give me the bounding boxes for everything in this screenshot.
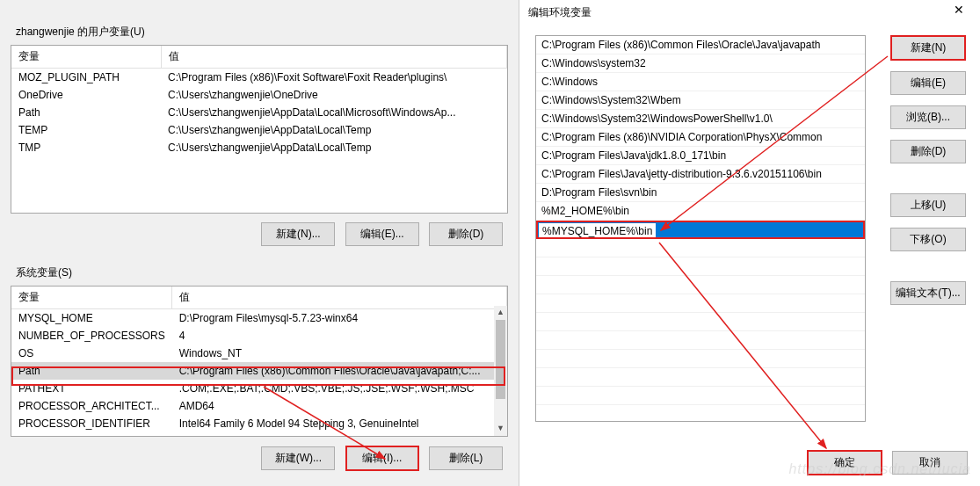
- path-item-empty[interactable]: [536, 368, 865, 387]
- var-value: Windows_NT: [172, 345, 507, 362]
- user-vars-title: zhangwenjie 的用户变量(U): [16, 25, 508, 40]
- path-item[interactable]: C:\Program Files (x86)\NVIDIA Corporatio…: [536, 128, 865, 147]
- table-row[interactable]: TEMPC:\Users\zhangwenjie\AppData\Local\T…: [11, 121, 507, 139]
- path-item-editing[interactable]: %MYSQL_HOME%\bin: [536, 221, 865, 239]
- col-header-val[interactable]: 值: [172, 287, 507, 309]
- path-item-empty[interactable]: [536, 350, 865, 368]
- var-name: MOZ_PLUGIN_PATH: [11, 69, 161, 87]
- table-row[interactable]: TMPC:\Users\zhangwenjie\AppData\Local\Te…: [11, 139, 507, 156]
- var-value: C:\Program Files (x86)\Common Files\Orac…: [172, 362, 507, 380]
- var-value: D:\Program Files\mysql-5.7.23-winx64: [172, 309, 507, 328]
- sys-vars-title: 系统变量(S): [16, 265, 508, 280]
- sys-edit-button[interactable]: 编辑(I)...: [345, 446, 419, 471]
- table-row[interactable]: MYSQL_HOMED:\Program Files\mysql-5.7.23-…: [11, 309, 507, 328]
- user-vars-table[interactable]: 变量 值 MOZ_PLUGIN_PATHC:\Program Files (x8…: [11, 46, 507, 156]
- path-item-empty[interactable]: [536, 313, 865, 331]
- path-list[interactable]: C:\Program Files (x86)\Common Files\Orac…: [535, 35, 866, 422]
- table-row[interactable]: PathC:\Users\zhangwenjie\AppData\Local\M…: [11, 104, 507, 121]
- dialog-title-bar: 编辑环境变量 ✕: [519, 0, 980, 25]
- user-vars-table-wrap: 变量 值 MOZ_PLUGIN_PATHC:\Program Files (x8…: [11, 45, 508, 214]
- table-row[interactable]: MOZ_PLUGIN_PATHC:\Program Files (x86)\Fo…: [11, 69, 507, 87]
- var-value: C:\Users\zhangwenjie\AppData\Local\Micro…: [161, 104, 507, 121]
- path-edittext-button[interactable]: 编辑文本(T)...: [890, 281, 966, 305]
- var-value: C:\Users\zhangwenjie\AppData\Local\Temp: [161, 121, 507, 139]
- sys-vars-buttons: 新建(W)... 编辑(I)... 删除(L): [11, 446, 503, 471]
- var-name: PROCESSOR_IDENTIFIER: [11, 415, 172, 432]
- user-delete-button[interactable]: 删除(D): [429, 222, 503, 246]
- sys-vars-table[interactable]: 变量 值 MYSQL_HOMED:\Program Files\mysql-5.…: [11, 287, 507, 432]
- var-name: MYSQL_HOME: [11, 309, 172, 328]
- table-row[interactable]: OSWindows_NT: [11, 345, 507, 362]
- table-row[interactable]: PROCESSOR_IDENTIFIERIntel64 Family 6 Mod…: [11, 415, 507, 432]
- table-row[interactable]: PROCESSOR_ARCHITECT...AMD64: [11, 397, 507, 415]
- path-item-empty[interactable]: [536, 387, 865, 405]
- sys-delete-button[interactable]: 删除(L): [429, 446, 503, 470]
- scroll-up-icon[interactable]: ▲: [494, 306, 507, 320]
- table-row[interactable]: PathC:\Program Files (x86)\Common Files\…: [11, 362, 507, 380]
- path-item[interactable]: C:\Program Files\Java\jetty-distribution…: [536, 165, 865, 184]
- table-row[interactable]: PATHEXT.COM;.EXE;.BAT;.CMD;.VBS;.VBE;.JS…: [11, 380, 507, 397]
- path-item-empty[interactable]: [536, 239, 865, 258]
- var-name: TEMP: [11, 121, 161, 139]
- path-movedown-button[interactable]: 下移(O): [890, 228, 966, 251]
- scroll-down-icon[interactable]: ▼: [494, 422, 507, 436]
- var-value: C:\Program Files (x86)\Foxit Software\Fo…: [161, 69, 507, 87]
- path-item-empty[interactable]: [536, 258, 865, 276]
- path-delete-button[interactable]: 删除(D): [890, 140, 966, 163]
- path-item[interactable]: D:\Program Files\svn\bin: [536, 184, 865, 202]
- path-new-button[interactable]: 新建(N): [890, 35, 966, 61]
- path-item-empty[interactable]: [536, 294, 865, 313]
- path-item[interactable]: C:\Windows\System32\Wbem: [536, 91, 865, 110]
- var-value: 4: [172, 327, 507, 345]
- path-item[interactable]: C:\Windows\System32\WindowsPowerShell\v1…: [536, 110, 865, 128]
- path-item-empty[interactable]: [536, 276, 865, 294]
- path-item-empty[interactable]: [536, 331, 865, 350]
- edit-env-var-dialog: 编辑环境变量 ✕ C:\Program Files (x86)\Common F…: [519, 0, 980, 486]
- dialog-title: 编辑环境变量: [528, 6, 592, 18]
- var-name: NUMBER_OF_PROCESSORS: [11, 327, 172, 345]
- sys-vars-table-wrap: 变量 值 MYSQL_HOMED:\Program Files\mysql-5.…: [11, 286, 508, 437]
- col-header-var[interactable]: 变量: [11, 287, 172, 309]
- var-value: C:\Users\zhangwenjie\AppData\Local\Temp: [161, 139, 507, 156]
- col-header-val[interactable]: 值: [161, 46, 507, 69]
- var-value: C:\Users\zhangwenjie\OneDrive: [161, 86, 507, 104]
- path-side-buttons: 新建(N) 编辑(E) 浏览(B)... 删除(D) 上移(U) 下移(O) 编…: [890, 35, 969, 316]
- var-name: OneDrive: [11, 86, 161, 104]
- var-name: Path: [11, 362, 172, 380]
- var-value: AMD64: [172, 397, 507, 415]
- sys-scrollbar[interactable]: ▲ ▼: [494, 306, 507, 436]
- scroll-thumb[interactable]: [496, 320, 505, 399]
- user-new-button[interactable]: 新建(N)...: [261, 222, 335, 246]
- var-name: PROCESSOR_ARCHITECT...: [11, 397, 172, 415]
- path-edit-input[interactable]: %MYSQL_HOME%\bin: [538, 222, 657, 239]
- table-row[interactable]: NUMBER_OF_PROCESSORS4: [11, 327, 507, 345]
- env-vars-dialog: zhangwenjie 的用户变量(U) 变量 值 MOZ_PLUGIN_PAT…: [0, 0, 519, 486]
- table-row[interactable]: OneDriveC:\Users\zhangwenjie\OneDrive: [11, 86, 507, 104]
- path-item[interactable]: C:\Program Files\Java\jdk1.8.0_171\bin: [536, 147, 865, 165]
- path-edit-button[interactable]: 编辑(E): [890, 71, 966, 95]
- var-name: PATHEXT: [11, 380, 172, 397]
- var-name: OS: [11, 345, 172, 362]
- user-vars-buttons: 新建(N)... 编辑(E)... 删除(D): [11, 222, 503, 246]
- path-item[interactable]: C:\Windows: [536, 73, 865, 91]
- close-icon[interactable]: ✕: [941, 2, 976, 19]
- path-moveup-button[interactable]: 上移(U): [890, 193, 966, 217]
- var-value: .COM;.EXE;.BAT;.CMD;.VBS;.VBE;.JS;.JSE;.…: [172, 380, 507, 397]
- col-header-var[interactable]: 变量: [11, 46, 161, 69]
- path-item[interactable]: C:\Program Files (x86)\Common Files\Orac…: [536, 36, 865, 54]
- path-browse-button[interactable]: 浏览(B)...: [890, 105, 966, 129]
- var-name: Path: [11, 104, 161, 121]
- user-edit-button[interactable]: 编辑(E)...: [345, 222, 419, 246]
- watermark-text: https://blog.csdn.net/lucia: [788, 461, 971, 477]
- path-item[interactable]: C:\Windows\system32: [536, 54, 865, 73]
- path-item[interactable]: %M2_HOME%\bin: [536, 202, 865, 221]
- sys-new-button[interactable]: 新建(W)...: [261, 446, 335, 470]
- var-value: Intel64 Family 6 Model 94 Stepping 3, Ge…: [172, 415, 507, 432]
- var-name: TMP: [11, 139, 161, 156]
